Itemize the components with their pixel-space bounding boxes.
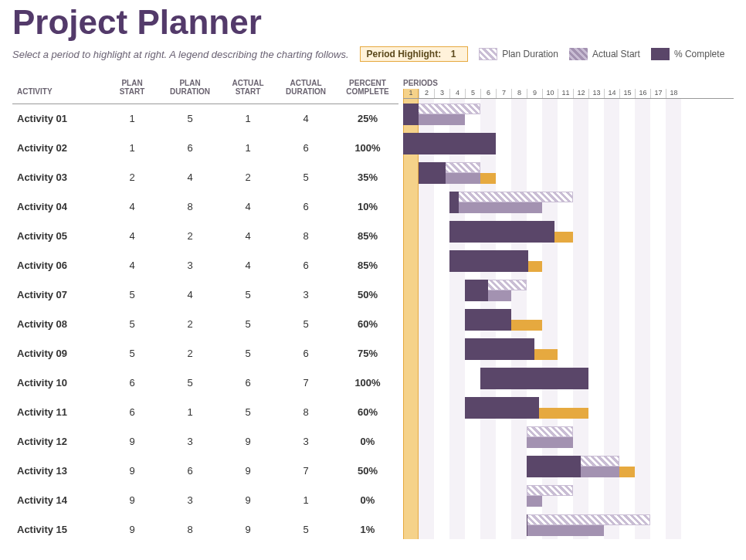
cell-plan-duration: 3 bbox=[159, 251, 221, 280]
legend-complete-label: % Complete bbox=[674, 49, 724, 59]
bar-actual bbox=[449, 202, 542, 213]
cell-percent-complete: 0% bbox=[337, 427, 398, 456]
cell-actual-start: 4 bbox=[221, 222, 275, 251]
cell-percent-complete: 85% bbox=[337, 222, 398, 251]
cell-actual-start: 9 bbox=[221, 456, 275, 486]
bar-complete bbox=[419, 162, 446, 184]
cell-plan-start: 1 bbox=[105, 104, 159, 134]
cell-actual-start: 9 bbox=[221, 515, 275, 545]
gantt-row bbox=[403, 187, 734, 216]
table-row[interactable]: Activity 106567100% bbox=[12, 368, 398, 398]
swatch-plan-icon bbox=[479, 48, 497, 60]
cell-plan-start: 9 bbox=[105, 486, 159, 515]
table-row[interactable]: Activity 13969750% bbox=[12, 456, 398, 486]
gantt-row bbox=[403, 128, 734, 158]
cell-plan-duration: 6 bbox=[159, 134, 221, 163]
cell-plan-start: 4 bbox=[105, 251, 159, 280]
cell-plan-duration: 4 bbox=[159, 280, 221, 310]
period-highlight-value[interactable]: 1 bbox=[446, 49, 461, 59]
instructions-text: Select a period to highlight at right. A… bbox=[12, 49, 349, 60]
cell-actual-start: 4 bbox=[221, 251, 275, 280]
controls-row: Select a period to highlight at right. A… bbox=[12, 46, 734, 62]
period-tick: 16 bbox=[635, 89, 650, 98]
cell-activity: Activity 11 bbox=[12, 398, 105, 427]
cell-percent-complete: 50% bbox=[337, 456, 398, 486]
col-plan-start: PLAN START bbox=[105, 76, 159, 104]
cell-plan-start: 4 bbox=[105, 192, 159, 222]
period-tick: 8 bbox=[511, 89, 527, 98]
table-row[interactable]: Activity 01151425% bbox=[12, 104, 398, 134]
table-row[interactable]: Activity 1598951% bbox=[12, 515, 398, 545]
table-row[interactable]: Activity 05424885% bbox=[12, 222, 398, 251]
cell-actual-start: 5 bbox=[221, 310, 275, 339]
cell-activity: Activity 05 bbox=[12, 222, 105, 251]
table-row[interactable]: Activity 06434685% bbox=[12, 251, 398, 280]
table-row[interactable]: Activity 09525675% bbox=[12, 339, 398, 368]
cell-plan-start: 5 bbox=[105, 310, 159, 339]
cell-plan-duration: 8 bbox=[159, 192, 221, 222]
cell-percent-complete: 100% bbox=[337, 368, 398, 398]
cell-plan-start: 5 bbox=[105, 339, 159, 368]
bar-plan bbox=[527, 426, 573, 437]
cell-plan-start: 9 bbox=[105, 456, 159, 486]
period-tick: 6 bbox=[480, 89, 496, 98]
cell-percent-complete: 25% bbox=[337, 104, 398, 134]
period-tick: 18 bbox=[666, 89, 681, 98]
cell-actual-start: 9 bbox=[221, 427, 275, 456]
cell-activity: Activity 13 bbox=[12, 456, 105, 486]
cell-activity: Activity 15 bbox=[12, 515, 105, 545]
cell-actual-duration: 3 bbox=[275, 427, 337, 456]
table-row[interactable]: Activity 1293930% bbox=[12, 427, 398, 456]
cell-percent-complete: 50% bbox=[337, 280, 398, 310]
cell-actual-duration: 8 bbox=[275, 222, 337, 251]
period-tick: 2 bbox=[419, 89, 434, 98]
table-row[interactable]: Activity 11615860% bbox=[12, 398, 398, 427]
cell-plan-duration: 2 bbox=[159, 339, 221, 368]
table-row[interactable]: Activity 1493910% bbox=[12, 486, 398, 515]
gantt-row bbox=[403, 334, 734, 363]
cell-actual-duration: 5 bbox=[275, 163, 337, 192]
swatch-actual-icon bbox=[569, 48, 588, 60]
cell-percent-complete: 35% bbox=[337, 163, 398, 192]
cell-plan-duration: 3 bbox=[159, 486, 221, 515]
table-row[interactable]: Activity 03242535% bbox=[12, 163, 398, 192]
cell-activity: Activity 12 bbox=[12, 427, 105, 456]
cell-plan-duration: 5 bbox=[159, 104, 221, 134]
cell-actual-duration: 3 bbox=[275, 280, 337, 310]
bar-complete bbox=[449, 192, 459, 213]
legend-actual-label: Actual Start bbox=[592, 49, 640, 59]
bar-complete bbox=[449, 221, 554, 243]
legend-actual-start: Actual Start bbox=[569, 48, 640, 60]
gantt-rows bbox=[403, 99, 734, 539]
cell-activity: Activity 06 bbox=[12, 251, 105, 280]
cell-actual-duration: 5 bbox=[275, 515, 337, 545]
cell-actual-start: 9 bbox=[221, 486, 275, 515]
gantt-row bbox=[403, 158, 734, 187]
cell-activity: Activity 09 bbox=[12, 339, 105, 368]
bar-plan bbox=[527, 485, 573, 496]
cell-actual-duration: 1 bbox=[275, 486, 337, 515]
cell-actual-start: 1 bbox=[221, 134, 275, 163]
bar-complete bbox=[403, 104, 419, 125]
period-tick: 3 bbox=[434, 89, 449, 98]
bar-complete bbox=[527, 456, 581, 477]
table-row[interactable]: Activity 021616100% bbox=[12, 134, 398, 163]
cell-activity: Activity 03 bbox=[12, 163, 105, 192]
gantt-chart: PERIODS 123456789101112131415161718 bbox=[403, 76, 734, 539]
period-highlight-label: Period Highlight: bbox=[367, 49, 442, 59]
cell-percent-complete: 0% bbox=[337, 486, 398, 515]
table-row[interactable]: Activity 08525560% bbox=[12, 310, 398, 339]
table-row[interactable]: Activity 07545350% bbox=[12, 280, 398, 310]
col-actual-start: ACTUAL START bbox=[221, 76, 275, 104]
gantt-row bbox=[403, 304, 734, 334]
cell-plan-duration: 8 bbox=[159, 515, 221, 545]
bar-actual bbox=[527, 496, 542, 507]
period-tick: 12 bbox=[573, 89, 588, 98]
period-tick: 14 bbox=[604, 89, 619, 98]
table-row[interactable]: Activity 04484610% bbox=[12, 192, 398, 222]
gantt-row bbox=[403, 392, 734, 422]
cell-actual-start: 5 bbox=[221, 398, 275, 427]
table-header: ACTIVITY PLAN START PLAN DURATION ACTUAL… bbox=[12, 76, 398, 104]
period-highlight-control[interactable]: Period Highlight: 1 bbox=[360, 46, 469, 62]
legend-plan-duration: Plan Duration bbox=[479, 48, 558, 60]
